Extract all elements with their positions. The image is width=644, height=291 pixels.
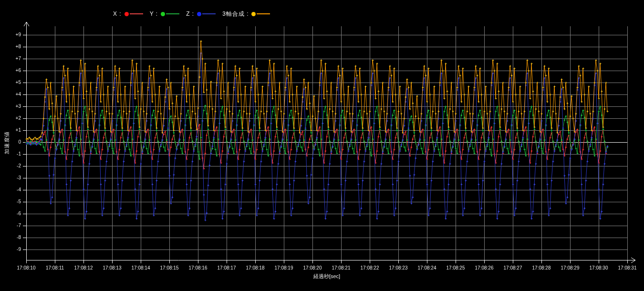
acceleration-chart-canvas bbox=[0, 0, 644, 291]
x-tick-label: 17:08:14 bbox=[125, 265, 156, 271]
y-axis-title: 加速度値 bbox=[3, 131, 10, 154]
y-tick-label: -2 bbox=[0, 163, 21, 169]
x-tick-label: 17:08:17 bbox=[211, 265, 242, 271]
legend-item-z: Z : bbox=[186, 10, 216, 18]
x-tick-label: 17:08:24 bbox=[412, 265, 442, 271]
x-axis-title: 経過秒[sec] bbox=[26, 273, 627, 280]
legend: X : Y : Z : 3軸合成 : bbox=[113, 10, 270, 18]
y-tick-label: -6 bbox=[0, 211, 21, 217]
legend-item-composite: 3軸合成 : bbox=[222, 10, 270, 18]
x-tick-label: 17:08:27 bbox=[498, 265, 528, 271]
x-tick-label: 17:08:22 bbox=[354, 265, 385, 271]
y-tick-label: +2 bbox=[0, 115, 21, 121]
y-tick-label: -5 bbox=[0, 199, 21, 205]
x-tick-label: 17:08:15 bbox=[154, 265, 185, 271]
x-tick-label: 17:08:25 bbox=[440, 265, 471, 271]
legend-line-x bbox=[130, 13, 143, 14]
legend-item-x: X : bbox=[113, 10, 143, 18]
legend-label-composite: 3軸合成 : bbox=[222, 10, 249, 18]
x-tick-label: 17:08:23 bbox=[383, 265, 414, 271]
y-tick-label: +9 bbox=[0, 32, 21, 38]
y-tick-label: +3 bbox=[0, 104, 21, 109]
legend-line-y bbox=[166, 13, 179, 14]
x-tick-label: 17:08:29 bbox=[555, 265, 585, 271]
x-tick-label: 17:08:21 bbox=[326, 265, 356, 271]
y-tick-label: -3 bbox=[0, 175, 21, 181]
legend-line-z bbox=[202, 13, 216, 14]
legend-item-y: Y : bbox=[150, 10, 179, 18]
y-tick-label: +7 bbox=[0, 56, 21, 62]
x-tick-label: 17:08:20 bbox=[297, 265, 328, 271]
acceleration-chart-screen: X : Y : Z : 3軸合成 : +9+8+7+6+5+4+3+2+10-1… bbox=[0, 0, 644, 291]
x-tick-label: 17:08:18 bbox=[240, 265, 270, 271]
y-tick-label: +8 bbox=[0, 44, 21, 50]
y-tick-label: -4 bbox=[0, 187, 21, 193]
x-tick-label: 17:08:16 bbox=[183, 265, 213, 271]
x-tick-label: 17:08:31 bbox=[612, 265, 643, 271]
y-tick-label: -9 bbox=[0, 247, 21, 252]
y-tick-label: +6 bbox=[0, 68, 21, 73]
x-tick-label: 17:08:12 bbox=[68, 265, 99, 271]
x-tick-label: 17:08:11 bbox=[40, 265, 70, 271]
legend-label-x: X : bbox=[113, 10, 122, 17]
legend-dot-x-icon bbox=[125, 12, 129, 16]
x-tick-label: 17:08:13 bbox=[97, 265, 127, 271]
x-tick-label: 17:08:10 bbox=[11, 265, 42, 271]
legend-label-y: Y : bbox=[150, 10, 158, 17]
legend-dot-composite-icon bbox=[251, 12, 256, 16]
y-tick-label: +4 bbox=[0, 92, 21, 97]
legend-dot-z-icon bbox=[197, 12, 201, 16]
x-tick-label: 17:08:26 bbox=[469, 265, 499, 271]
legend-line-composite bbox=[257, 13, 270, 14]
y-tick-label: -7 bbox=[0, 223, 21, 229]
x-tick-label: 17:08:28 bbox=[526, 265, 557, 271]
y-tick-label: +5 bbox=[0, 80, 21, 85]
x-tick-label: 17:08:30 bbox=[583, 265, 614, 271]
legend-dot-y-icon bbox=[161, 12, 165, 16]
x-tick-label: 17:08:19 bbox=[269, 265, 299, 271]
y-tick-label: -8 bbox=[0, 235, 21, 240]
legend-label-z: Z : bbox=[186, 10, 194, 17]
